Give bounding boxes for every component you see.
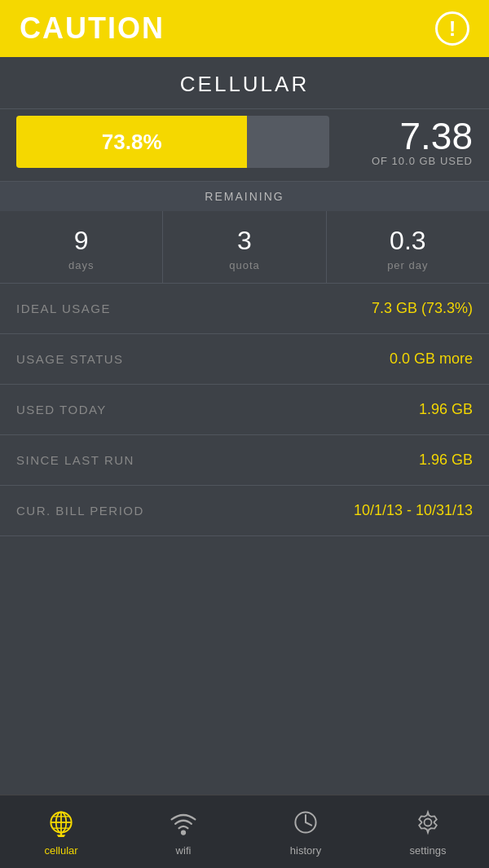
remaining-header: REMAINING [0,182,489,211]
settings-icon [413,808,443,840]
svg-marker-7 [58,835,64,837]
nav-item-cellular[interactable]: cellular [29,808,94,857]
bottom-nav: cellular wifi history [0,795,489,868]
remaining-quota-label: quota [163,259,325,271]
used-today-label: USED TODAY [16,403,107,416]
settings-label: settings [410,844,447,857]
progress-bar-container: 73.8% [16,116,329,168]
usage-main: 7.38 [342,117,473,155]
ideal-usage-label: IDEAL USAGE [16,302,111,315]
remaining-grid: 9 days 3 quota 0.3 per day [0,211,489,283]
nav-item-wifi[interactable]: wifi [151,808,216,857]
progress-label: 73.8% [102,130,162,155]
usage-sub: OF 10.0 GB USED [342,155,473,167]
caution-icon: ! [435,11,469,46]
header-title: CAUTION [20,11,165,46]
since-last-run-label: SINCE LAST RUN [16,453,134,467]
svg-line-11 [306,822,311,826]
usage-status-label: USAGE STATUS [16,352,124,366]
remaining-quota-value: 3 [163,226,325,256]
bill-period-value: 10/1/13 - 10/31/13 [354,502,473,519]
remaining-cell-days: 9 days [0,211,163,283]
history-label: history [290,844,321,857]
info-row-used-today: USED TODAY 1.96 GB [0,385,489,435]
progress-section: 73.8% 7.38 OF 10.0 GB USED [0,109,489,181]
remaining-cell-quota: 3 quota [163,211,326,283]
remaining-perday-value: 0.3 [327,226,489,256]
svg-point-12 [425,818,432,826]
info-row-since-last-run: SINCE LAST RUN 1.96 GB [0,435,489,486]
since-last-run-value: 1.96 GB [419,452,473,469]
nav-item-history[interactable]: history [273,808,338,857]
svg-point-8 [182,831,186,835]
remaining-perday-label: per day [327,259,489,271]
info-row-usage-status: USAGE STATUS 0.0 GB more [0,334,489,385]
remaining-days-label: days [0,259,162,271]
info-row-bill-period: CUR. BILL PERIOD 10/1/13 - 10/31/13 [0,486,489,536]
page-title-bar: CELLULAR [0,57,489,108]
history-icon [291,808,320,840]
remaining-days-value: 9 [0,226,162,256]
nav-item-settings[interactable]: settings [395,808,460,857]
usage-numbers: 7.38 OF 10.0 GB USED [342,117,473,167]
usage-status-value: 0.0 GB more [390,350,473,368]
progress-bar-fill: 73.8% [16,116,247,168]
cellular-label: cellular [44,844,77,857]
wifi-label: wifi [176,844,192,857]
cellular-icon [46,808,76,840]
bill-period-label: CUR. BILL PERIOD [16,504,144,518]
used-today-value: 1.96 GB [419,401,473,418]
ideal-usage-value: 7.3 GB (73.3%) [372,300,473,317]
info-row-ideal-usage: IDEAL USAGE 7.3 GB (73.3%) [0,284,489,334]
page-title: CELLULAR [180,72,309,96]
remaining-cell-perday: 0.3 per day [327,211,489,283]
wifi-icon [169,808,198,840]
header: CAUTION ! [0,0,489,57]
